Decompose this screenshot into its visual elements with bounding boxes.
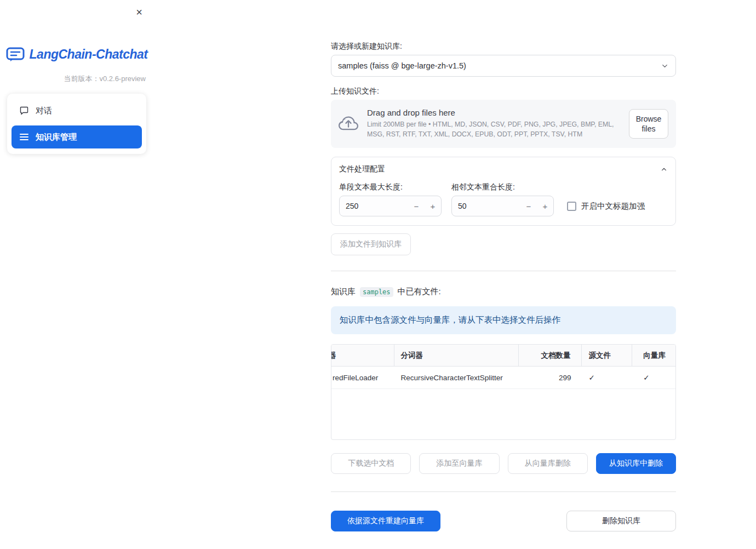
zh-title-enhance-checkbox[interactable]: 开启中文标题加强 <box>567 196 645 216</box>
dropzone-subtitle: Limit 200MB per file • HTML, MD, JSON, C… <box>367 120 620 140</box>
info-banner: 知识库中包含源文件与向量库，请从下表中选择文件后操作 <box>331 306 676 334</box>
chunk-size-label: 单段文本最大长度: <box>339 182 442 192</box>
overlap-size-field: 相邻文本重合长度: 50 − + <box>451 182 554 216</box>
file-config-expander: 文件处理配置 单段文本最大长度: 250 − + 相邻文 <box>331 157 676 226</box>
cell-splitter: RecursiveCharacterTextSplitter <box>394 367 519 388</box>
chevron-up-icon <box>660 165 668 173</box>
checkbox-label: 开启中文标题加强 <box>581 201 645 211</box>
table-header-vector-store: 向量库 <box>632 345 675 366</box>
divider <box>331 491 676 492</box>
table-header-loader: 器 <box>331 345 394 366</box>
cell-vector-store-check: ✓ <box>632 367 675 388</box>
table-header-splitter: 分词器 <box>394 345 519 366</box>
dropzone-title: Drag and drop files here <box>367 108 620 117</box>
file-config-expander-header[interactable]: 文件处理配置 <box>331 157 675 181</box>
app-logo: LangChain-Chatchat <box>0 47 153 62</box>
table-action-buttons: 下载选中文档 添加至向量库 从向量库删除 从知识库中删除 <box>331 453 676 474</box>
kb-files-prefix: 知识库 <box>331 287 356 297</box>
file-dropzone[interactable]: Drag and drop files here Limit 200MB per… <box>331 100 676 148</box>
cell-doc-count: 299 <box>519 367 582 388</box>
cloud-upload-icon <box>339 114 358 134</box>
table-header-row: 器 分词器 文档数量 源文件 向量库 <box>331 345 675 367</box>
kb-select-label: 请选择或新建知识库: <box>331 42 676 52</box>
kb-files-heading: 知识库 samples 中已有文件: <box>331 287 676 297</box>
logo-chat-icon <box>6 47 25 62</box>
cell-source-file-check: ✓ <box>582 367 632 388</box>
chunk-size-value: 250 <box>346 202 408 210</box>
add-to-vector-store-button[interactable]: 添加至向量库 <box>419 453 499 474</box>
cell-loader: redFileLoader <box>331 367 394 388</box>
list-icon <box>19 133 29 141</box>
overlap-size-label: 相邻文本重合长度: <box>451 182 554 192</box>
sidebar-menu: 对话 知识库管理 <box>7 94 146 154</box>
rebuild-vector-store-button[interactable]: 依据源文件重建向量库 <box>331 511 440 531</box>
chunk-size-increment-button[interactable]: + <box>425 196 441 216</box>
kb-management-buttons: 依据源文件重建向量库 删除知识库 <box>331 511 676 531</box>
download-selected-docs-button[interactable]: 下载选中文档 <box>331 453 411 474</box>
sidebar-item-label: 知识库管理 <box>36 132 77 142</box>
kb-selectbox[interactable]: samples (faiss @ bge-large-zh-v1.5) <box>331 55 676 77</box>
kb-files-table: 器 分词器 文档数量 源文件 向量库 redFileLoader Recursi… <box>331 344 676 440</box>
overlap-size-stepper[interactable]: 50 − + <box>451 196 554 216</box>
delete-kb-button[interactable]: 删除知识库 <box>566 511 676 531</box>
chunk-size-field: 单段文本最大长度: 250 − + <box>339 182 442 216</box>
sidebar: × LangChain-Chatchat 当前版本：v0.2.6-preview… <box>0 0 153 549</box>
overlap-increment-button[interactable]: + <box>537 196 553 216</box>
sidebar-item-knowledge-base[interactable]: 知识库管理 <box>12 125 142 148</box>
chunk-size-stepper[interactable]: 250 − + <box>339 196 442 216</box>
overlap-size-value: 50 <box>458 202 520 210</box>
checkbox-box-icon[interactable] <box>567 202 576 211</box>
delete-from-vector-store-button[interactable]: 从向量库删除 <box>508 453 588 474</box>
kb-name-code: samples <box>360 287 393 297</box>
chevron-down-icon <box>661 62 669 70</box>
chat-bubble-icon <box>19 106 29 115</box>
table-row[interactable]: redFileLoader RecursiveCharacterTextSpli… <box>331 367 675 389</box>
divider <box>331 271 676 271</box>
expander-title: 文件处理配置 <box>339 164 385 174</box>
overlap-decrement-button[interactable]: − <box>520 196 537 216</box>
delete-from-kb-button[interactable]: 从知识库中删除 <box>596 453 676 474</box>
kb-files-suffix: 中已有文件: <box>398 287 441 297</box>
browse-files-button[interactable]: Browse files <box>629 109 668 139</box>
version-text: 当前版本：v0.2.6-preview <box>0 74 153 84</box>
main-area: 请选择或新建知识库: samples (faiss @ bge-large-zh… <box>153 0 756 549</box>
add-files-to-kb-button[interactable]: 添加文件到知识库 <box>331 233 411 255</box>
upload-label: 上传知识文件: <box>331 87 676 96</box>
table-header-doc-count: 文档数量 <box>519 345 582 366</box>
logo-text: LangChain-Chatchat <box>30 47 148 62</box>
chunk-size-decrement-button[interactable]: − <box>408 196 425 216</box>
sidebar-item-label: 对话 <box>36 106 52 116</box>
kb-selectbox-value: samples (faiss @ bge-large-zh-v1.5) <box>338 61 466 70</box>
close-sidebar-icon[interactable]: × <box>131 4 147 20</box>
sidebar-item-dialogue[interactable]: 对话 <box>12 99 142 122</box>
table-header-source-file: 源文件 <box>582 345 632 366</box>
